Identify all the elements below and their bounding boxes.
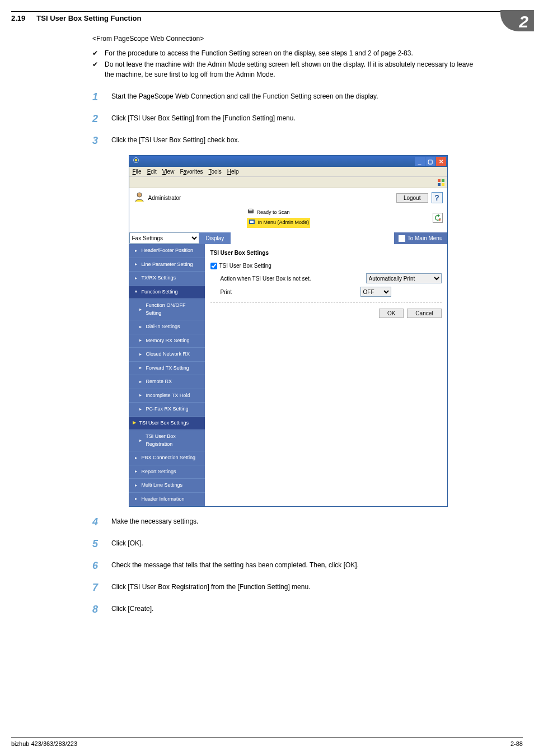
sidebar-item-tsi-registration[interactable]: TSI User Box Registration [129,430,205,451]
check-item: For the procedure to access the Function… [105,48,484,58]
panel-title: TSI User Box Settings [210,249,442,257]
favorites-menu[interactable]: Favorites [180,167,203,176]
section-number: 2.19 [11,14,25,22]
sidebar-item-remote-rx[interactable]: Remote RX [129,375,205,389]
edit-menu[interactable]: Edit [147,167,157,176]
step-text: Click the [TSI User Box Setting] check b… [111,133,484,145]
main-panel: TSI User Box Settings TSI User Box Setti… [205,244,447,506]
svg-point-6 [137,193,142,197]
close-button[interactable]: ✕ [436,157,446,166]
page-title: TSI User Box Setting Function [36,14,141,22]
step-text: Click [OK]. [111,536,484,548]
step-text: Make the necessary settings. [111,515,484,526]
sidebar-item-closed-rx[interactable]: Closed Network RX [129,348,205,362]
step-number: 8 [92,602,101,617]
file-menu[interactable]: File [133,167,142,176]
step-number: 7 [92,580,101,595]
menu-bar: File Edit View Favorites Tools Help [129,167,447,177]
sidebar-item-tsi-settings[interactable]: TSI User Box Settings [129,417,205,431]
ie-toolbar [129,177,447,188]
svg-rect-5 [442,183,444,186]
svg-point-1 [134,159,137,162]
to-main-menu-label: To Main Menu [407,234,443,242]
status-ready: Ready to Scan [257,209,290,217]
titlebar[interactable]: _ ▢ ✕ [129,156,447,167]
minimize-button[interactable]: _ [415,157,425,166]
svg-rect-8 [249,208,252,211]
tsi-checkbox-row[interactable]: TSI User Box Setting [210,262,271,270]
step-text: Click [TSI User Box Setting] from the [F… [111,111,484,123]
tools-menu[interactable]: Tools [209,167,222,176]
sidebar-item-function-setting[interactable]: Function Setting [129,286,205,300]
help-menu[interactable]: Help [227,167,239,176]
admin-label: Administrator [148,194,181,202]
step-text: Click [Create]. [111,602,484,614]
status-mode: In Menu (Admin Mode) [258,219,310,227]
subtitle: <From PageScope Web Connection> [92,34,484,44]
ie-icon [133,157,139,166]
mode-icon [248,218,256,228]
sidebar-item-memory-rx[interactable]: Memory RX Setting [129,334,205,348]
menu-icon [399,235,405,242]
check-item: Do not leave the machine with the Admin … [105,59,484,80]
svg-rect-4 [438,183,441,186]
action-not-set-select[interactable]: Automatically Print [366,273,442,283]
chapter-badge: 2 [500,10,534,31]
svg-point-11 [438,218,441,221]
browser-window: _ ▢ ✕ File Edit View Favorites Tools Hel… [129,155,448,507]
help-button[interactable]: ? [432,192,443,203]
sidebar-item-line-parameter[interactable]: Line Parameter Setting [129,258,205,272]
sidebar-item-dialin[interactable]: Dial-In Settings [129,320,205,334]
sidebar-item-header-info[interactable]: Header Information [129,493,205,507]
sidebar-item-header-footer[interactable]: Header/Footer Position [129,244,205,258]
category-select[interactable]: Fax Settings [129,232,199,244]
step-number: 6 [92,558,101,573]
admin-icon [134,191,145,204]
sidebar: Header/Footer Position Line Parameter Se… [129,244,205,506]
step-number: 1 [92,90,101,105]
cancel-button[interactable]: Cancel [407,309,441,318]
footer-model: bizhub 423/363/283/223 [11,740,77,747]
sidebar-item-report[interactable]: Report Settings [129,465,205,479]
display-tab[interactable]: Display [199,232,231,244]
tsi-checkbox[interactable] [210,263,217,269]
svg-rect-10 [250,221,254,223]
sidebar-item-txrx[interactable]: TX/RX Settings [129,272,205,286]
step-number: 5 [92,536,101,552]
logout-button[interactable]: Logout [396,193,428,203]
ok-button[interactable]: OK [379,309,404,318]
action-not-set-label: Action when TSI User Box is not set. [210,274,360,283]
svg-rect-3 [442,179,444,182]
view-menu[interactable]: View [162,167,175,176]
sidebar-item-forward-tx[interactable]: Forward TX Setting [129,362,205,376]
sidebar-item-function-onoff[interactable]: Function ON/OFF Setting [129,299,205,320]
print-select[interactable]: OFF [360,287,391,297]
printer-icon [247,207,255,218]
to-main-menu-button[interactable]: To Main Menu [394,232,447,244]
maximize-button[interactable]: ▢ [425,157,435,166]
refresh-button[interactable] [433,213,443,223]
step-number: 4 [92,515,101,530]
sidebar-item-pcfax-rx[interactable]: PC-Fax RX Setting [129,403,205,417]
step-text: Check the message that tells that the se… [111,558,484,570]
print-label: Print [210,288,355,296]
footer-page: 2-88 [510,740,523,747]
throbber-icon [437,178,446,187]
sidebar-item-pbx[interactable]: PBX Connection Setting [129,451,205,465]
tsi-checkbox-label: TSI User Box Setting [219,262,271,270]
sidebar-item-incomplete-tx[interactable]: Incomplete TX Hold [129,389,205,403]
svg-rect-2 [438,179,441,182]
step-text: Start the PageScope Web Connection and c… [111,90,484,101]
step-text: Click [TSI User Box Registration] from t… [111,580,484,592]
step-number: 3 [92,133,101,148]
sidebar-item-multiline[interactable]: Multi Line Settings [129,479,205,493]
step-number: 2 [92,111,101,127]
